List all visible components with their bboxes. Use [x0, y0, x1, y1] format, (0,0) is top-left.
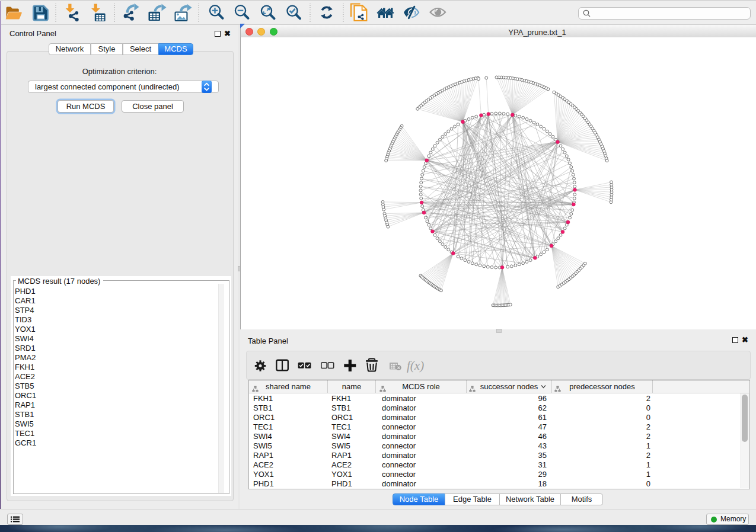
svg-text:f(x): f(x) [407, 358, 424, 373]
